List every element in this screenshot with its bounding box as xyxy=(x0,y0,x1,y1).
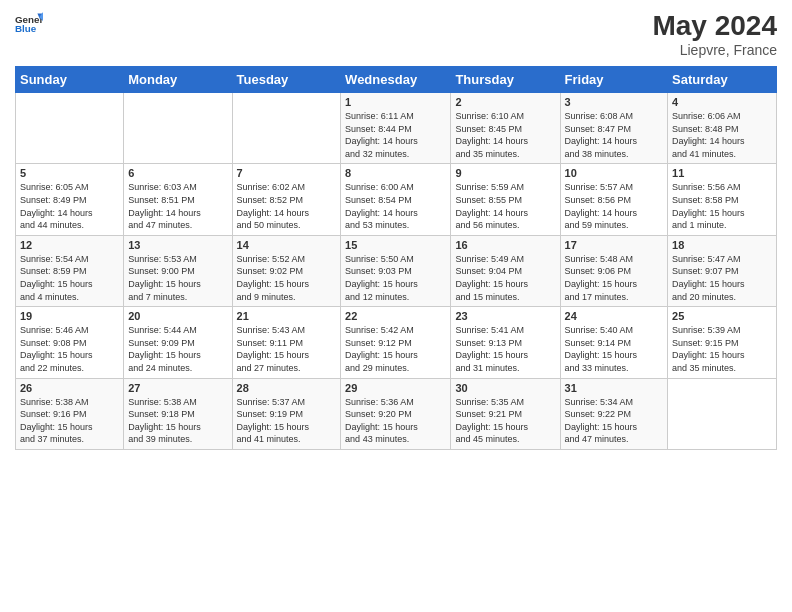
day-info: Sunrise: 6:11 AM Sunset: 8:44 PM Dayligh… xyxy=(345,110,446,160)
day-info: Sunrise: 5:52 AM Sunset: 9:02 PM Dayligh… xyxy=(237,253,337,303)
day-number: 15 xyxy=(345,239,446,251)
calendar-cell: 15Sunrise: 5:50 AM Sunset: 9:03 PM Dayli… xyxy=(341,235,451,306)
day-number: 18 xyxy=(672,239,772,251)
calendar-cell: 31Sunrise: 5:34 AM Sunset: 9:22 PM Dayli… xyxy=(560,378,668,449)
calendar-week-row: 5Sunrise: 6:05 AM Sunset: 8:49 PM Daylig… xyxy=(16,164,777,235)
day-number: 5 xyxy=(20,167,119,179)
col-sunday: Sunday xyxy=(16,67,124,93)
day-info: Sunrise: 6:06 AM Sunset: 8:48 PM Dayligh… xyxy=(672,110,772,160)
day-number: 11 xyxy=(672,167,772,179)
day-number: 21 xyxy=(237,310,337,322)
day-info: Sunrise: 5:54 AM Sunset: 8:59 PM Dayligh… xyxy=(20,253,119,303)
calendar-cell: 18Sunrise: 5:47 AM Sunset: 9:07 PM Dayli… xyxy=(668,235,777,306)
day-info: Sunrise: 5:35 AM Sunset: 9:21 PM Dayligh… xyxy=(455,396,555,446)
day-number: 14 xyxy=(237,239,337,251)
day-number: 26 xyxy=(20,382,119,394)
day-info: Sunrise: 5:56 AM Sunset: 8:58 PM Dayligh… xyxy=(672,181,772,231)
calendar-cell: 6Sunrise: 6:03 AM Sunset: 8:51 PM Daylig… xyxy=(124,164,232,235)
col-monday: Monday xyxy=(124,67,232,93)
calendar-week-row: 12Sunrise: 5:54 AM Sunset: 8:59 PM Dayli… xyxy=(16,235,777,306)
day-number: 17 xyxy=(565,239,664,251)
day-number: 20 xyxy=(128,310,227,322)
day-info: Sunrise: 6:08 AM Sunset: 8:47 PM Dayligh… xyxy=(565,110,664,160)
calendar-cell: 19Sunrise: 5:46 AM Sunset: 9:08 PM Dayli… xyxy=(16,307,124,378)
day-number: 24 xyxy=(565,310,664,322)
day-info: Sunrise: 5:59 AM Sunset: 8:55 PM Dayligh… xyxy=(455,181,555,231)
calendar-cell: 7Sunrise: 6:02 AM Sunset: 8:52 PM Daylig… xyxy=(232,164,341,235)
day-info: Sunrise: 6:02 AM Sunset: 8:52 PM Dayligh… xyxy=(237,181,337,231)
calendar-cell: 5Sunrise: 6:05 AM Sunset: 8:49 PM Daylig… xyxy=(16,164,124,235)
day-info: Sunrise: 5:42 AM Sunset: 9:12 PM Dayligh… xyxy=(345,324,446,374)
calendar-cell: 8Sunrise: 6:00 AM Sunset: 8:54 PM Daylig… xyxy=(341,164,451,235)
calendar-header-row: Sunday Monday Tuesday Wednesday Thursday… xyxy=(16,67,777,93)
day-info: Sunrise: 5:44 AM Sunset: 9:09 PM Dayligh… xyxy=(128,324,227,374)
day-info: Sunrise: 5:34 AM Sunset: 9:22 PM Dayligh… xyxy=(565,396,664,446)
day-info: Sunrise: 5:38 AM Sunset: 9:16 PM Dayligh… xyxy=(20,396,119,446)
calendar-cell: 12Sunrise: 5:54 AM Sunset: 8:59 PM Dayli… xyxy=(16,235,124,306)
calendar-week-row: 26Sunrise: 5:38 AM Sunset: 9:16 PM Dayli… xyxy=(16,378,777,449)
day-info: Sunrise: 5:43 AM Sunset: 9:11 PM Dayligh… xyxy=(237,324,337,374)
day-number: 19 xyxy=(20,310,119,322)
day-number: 10 xyxy=(565,167,664,179)
svg-text:Blue: Blue xyxy=(15,23,37,34)
calendar-week-row: 1Sunrise: 6:11 AM Sunset: 8:44 PM Daylig… xyxy=(16,93,777,164)
calendar-cell: 13Sunrise: 5:53 AM Sunset: 9:00 PM Dayli… xyxy=(124,235,232,306)
day-number: 4 xyxy=(672,96,772,108)
calendar-week-row: 19Sunrise: 5:46 AM Sunset: 9:08 PM Dayli… xyxy=(16,307,777,378)
calendar-cell: 14Sunrise: 5:52 AM Sunset: 9:02 PM Dayli… xyxy=(232,235,341,306)
day-info: Sunrise: 5:40 AM Sunset: 9:14 PM Dayligh… xyxy=(565,324,664,374)
day-info: Sunrise: 6:10 AM Sunset: 8:45 PM Dayligh… xyxy=(455,110,555,160)
calendar-cell: 4Sunrise: 6:06 AM Sunset: 8:48 PM Daylig… xyxy=(668,93,777,164)
day-info: Sunrise: 5:38 AM Sunset: 9:18 PM Dayligh… xyxy=(128,396,227,446)
calendar-cell: 21Sunrise: 5:43 AM Sunset: 9:11 PM Dayli… xyxy=(232,307,341,378)
title-area: May 2024 Liepvre, France xyxy=(652,10,777,58)
day-number: 6 xyxy=(128,167,227,179)
day-number: 7 xyxy=(237,167,337,179)
col-friday: Friday xyxy=(560,67,668,93)
calendar-cell: 26Sunrise: 5:38 AM Sunset: 9:16 PM Dayli… xyxy=(16,378,124,449)
calendar-table: Sunday Monday Tuesday Wednesday Thursday… xyxy=(15,66,777,450)
calendar-cell: 29Sunrise: 5:36 AM Sunset: 9:20 PM Dayli… xyxy=(341,378,451,449)
day-number: 12 xyxy=(20,239,119,251)
day-number: 30 xyxy=(455,382,555,394)
calendar-cell: 2Sunrise: 6:10 AM Sunset: 8:45 PM Daylig… xyxy=(451,93,560,164)
logo: General Blue xyxy=(15,10,43,38)
calendar-cell: 10Sunrise: 5:57 AM Sunset: 8:56 PM Dayli… xyxy=(560,164,668,235)
col-saturday: Saturday xyxy=(668,67,777,93)
day-info: Sunrise: 6:00 AM Sunset: 8:54 PM Dayligh… xyxy=(345,181,446,231)
day-number: 16 xyxy=(455,239,555,251)
calendar-cell: 25Sunrise: 5:39 AM Sunset: 9:15 PM Dayli… xyxy=(668,307,777,378)
day-info: Sunrise: 6:03 AM Sunset: 8:51 PM Dayligh… xyxy=(128,181,227,231)
day-number: 23 xyxy=(455,310,555,322)
calendar-cell: 1Sunrise: 6:11 AM Sunset: 8:44 PM Daylig… xyxy=(341,93,451,164)
day-number: 2 xyxy=(455,96,555,108)
logo-icon: General Blue xyxy=(15,10,43,38)
calendar-cell xyxy=(232,93,341,164)
day-info: Sunrise: 5:47 AM Sunset: 9:07 PM Dayligh… xyxy=(672,253,772,303)
day-info: Sunrise: 5:36 AM Sunset: 9:20 PM Dayligh… xyxy=(345,396,446,446)
calendar-cell: 27Sunrise: 5:38 AM Sunset: 9:18 PM Dayli… xyxy=(124,378,232,449)
day-info: Sunrise: 5:48 AM Sunset: 9:06 PM Dayligh… xyxy=(565,253,664,303)
day-number: 1 xyxy=(345,96,446,108)
day-number: 8 xyxy=(345,167,446,179)
calendar-cell: 3Sunrise: 6:08 AM Sunset: 8:47 PM Daylig… xyxy=(560,93,668,164)
day-number: 13 xyxy=(128,239,227,251)
col-wednesday: Wednesday xyxy=(341,67,451,93)
day-number: 9 xyxy=(455,167,555,179)
day-number: 3 xyxy=(565,96,664,108)
day-info: Sunrise: 5:41 AM Sunset: 9:13 PM Dayligh… xyxy=(455,324,555,374)
page: General Blue May 2024 Liepvre, France Su… xyxy=(0,0,792,612)
day-number: 25 xyxy=(672,310,772,322)
day-info: Sunrise: 5:37 AM Sunset: 9:19 PM Dayligh… xyxy=(237,396,337,446)
calendar-cell: 24Sunrise: 5:40 AM Sunset: 9:14 PM Dayli… xyxy=(560,307,668,378)
calendar-cell: 16Sunrise: 5:49 AM Sunset: 9:04 PM Dayli… xyxy=(451,235,560,306)
calendar-cell: 17Sunrise: 5:48 AM Sunset: 9:06 PM Dayli… xyxy=(560,235,668,306)
day-info: Sunrise: 5:39 AM Sunset: 9:15 PM Dayligh… xyxy=(672,324,772,374)
day-info: Sunrise: 5:53 AM Sunset: 9:00 PM Dayligh… xyxy=(128,253,227,303)
day-number: 27 xyxy=(128,382,227,394)
day-number: 31 xyxy=(565,382,664,394)
header: General Blue May 2024 Liepvre, France xyxy=(15,10,777,58)
day-info: Sunrise: 6:05 AM Sunset: 8:49 PM Dayligh… xyxy=(20,181,119,231)
calendar-cell: 20Sunrise: 5:44 AM Sunset: 9:09 PM Dayli… xyxy=(124,307,232,378)
calendar-cell xyxy=(668,378,777,449)
